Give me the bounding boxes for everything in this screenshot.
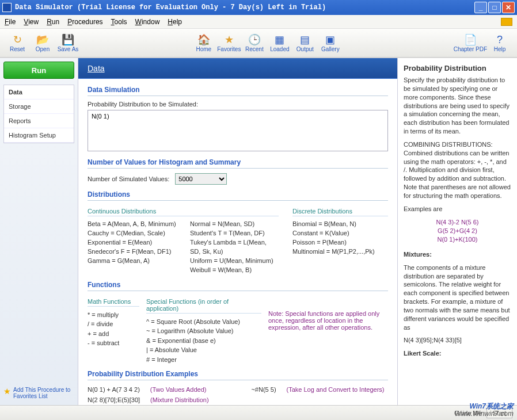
fn-entry: & = Exponential (base e): [146, 336, 261, 346]
dist-label: Probability Distribution to be Simulated…: [88, 101, 388, 108]
app-icon: [2, 3, 12, 12]
example-1d: (Take Log and Convert to Integers): [287, 385, 385, 395]
tool-output[interactable]: ▤Output: [292, 33, 318, 52]
menu-bar: File View Run Procedures Tools Window He…: [0, 15, 517, 29]
tool-recent[interactable]: 🕒Recent: [242, 33, 267, 52]
ribbon-toggle-icon[interactable]: [501, 18, 512, 26]
add-to-favorites[interactable]: ★ Add This Procedure to Favorites List: [3, 384, 74, 402]
help-example: N(0 1)+K(100): [404, 235, 511, 244]
fn-entry: / = divide: [88, 319, 139, 329]
tool-open[interactable]: 📂Open: [30, 33, 55, 52]
menu-run[interactable]: Run: [47, 18, 59, 26]
dist-entry: Normal = N(Mean, SD): [190, 220, 279, 229]
save-as-icon: 💾: [62, 33, 74, 46]
example-1b: (Two Values Added): [150, 385, 207, 395]
num-values-select[interactable]: 5000: [175, 173, 227, 185]
nav-data[interactable]: Data: [4, 85, 74, 100]
favorites-icon: ★: [223, 33, 235, 46]
star-icon: ★: [3, 387, 11, 396]
example-2b: (Mixture Distribution): [150, 395, 208, 405]
dist-entry: Constant = K(Value): [292, 229, 388, 238]
dist-entry: Binomial = B(Mean, N): [292, 220, 388, 229]
open-icon: 📂: [36, 33, 49, 46]
dist-entry: Tukey's Lambda = L(Mean, SD, Sk, Ku): [190, 238, 279, 257]
fn-entry: # = Integer: [146, 355, 261, 365]
fn-entry: + = add: [88, 329, 139, 339]
subhead-special-fn: Special Functions (in order of applicati…: [146, 298, 261, 314]
help-p1: Specify the probability distribution to …: [404, 76, 511, 136]
help-example: G(5 2)+G(4 2): [404, 227, 511, 235]
example-1c: ~#N(5 5): [251, 385, 276, 395]
maximize-button[interactable]: □: [488, 2, 501, 13]
help-mixtures-head: Mixtures:: [404, 250, 511, 259]
fn-entry: ~ = Logarithm (Absolute Value): [146, 326, 261, 336]
section-examples: Probability Distribution Examples: [88, 370, 388, 380]
help-icon: ?: [493, 33, 506, 46]
menu-tools[interactable]: Tools: [111, 18, 127, 26]
menu-view[interactable]: View: [24, 18, 39, 26]
menu-file[interactable]: File: [5, 18, 16, 26]
nav-reports[interactable]: Reports: [4, 114, 74, 128]
menu-help[interactable]: Help: [168, 18, 182, 26]
tool-reset[interactable]: ↻Reset: [5, 33, 30, 52]
subhead-continuous: Continuous Distributions: [88, 208, 279, 216]
tool-loaded[interactable]: ▦Loaded: [267, 33, 292, 52]
recent-icon: 🕒: [248, 33, 261, 46]
dist-entry: Poisson = P(Mean): [292, 238, 388, 247]
dist-entry: Gamma = G(Mean, A): [88, 257, 176, 266]
help-mix-example: N(4 3)[95];N(4 33)[5]: [404, 336, 511, 345]
toolbar: ↻Reset📂Open💾Save As🏠Home★Favorites🕒Recen…: [0, 29, 517, 58]
help-likert-head: Likert Scale:: [404, 349, 511, 358]
add-fav-label: Add This Procedure to Favorites List: [13, 387, 74, 399]
dist-entry: Student's T = T(Mean, DF): [190, 229, 279, 238]
start-button[interactable]: Start: [486, 408, 512, 418]
tool-gallery[interactable]: ▣Gallery: [318, 33, 343, 52]
menu-procedures[interactable]: Procedures: [67, 18, 102, 26]
chapter-pdf-icon: 📄: [464, 33, 477, 46]
section-functions: Functions: [88, 281, 388, 291]
nav-histogram-setup[interactable]: Histogram Setup: [4, 128, 74, 143]
run-button[interactable]: Run: [3, 62, 74, 79]
distribution-input[interactable]: [88, 110, 388, 151]
menu-window[interactable]: Window: [135, 18, 160, 26]
help-combining-head: COMBINING DISTRIBUTIONS:Combined distrib…: [404, 140, 511, 200]
tool-home[interactable]: 🏠Home: [191, 33, 216, 52]
example-2a: N(2 8)[70];E(5)[30]: [88, 395, 140, 405]
reset-icon: ↻: [11, 33, 24, 46]
subhead-math-fn: Math Functions: [88, 298, 139, 307]
help-title: Probability Distribution: [404, 64, 511, 72]
subhead-discrete: Discrete Distributions: [292, 208, 388, 216]
special-fn-note: Note: Special functions are applied only…: [268, 310, 388, 331]
close-button[interactable]: ✕: [502, 2, 515, 13]
section-data-simulation: Data Simulation: [88, 86, 388, 96]
tool-help[interactable]: ?Help: [487, 33, 512, 52]
dist-entry: Exponential = E(Mean): [88, 238, 176, 247]
tool-chapter-pdf[interactable]: 📄Chapter PDF: [454, 33, 487, 52]
nav-list: DataStorageReportsHistogram Setup: [3, 85, 74, 143]
dist-entry: Multinomial = M(P1,P2,...,Pk): [292, 247, 388, 257]
section-distributions: Distributions: [88, 190, 388, 201]
page-header: Data: [78, 58, 397, 79]
help-panel: Probability Distribution Specify the pro…: [397, 58, 517, 405]
guide-me-label: Guide Me: [454, 410, 482, 417]
fn-entry: | = Absolute Value: [146, 345, 261, 355]
help-examples-label: Examples are: [404, 205, 511, 213]
section-num-values: Number of Values for Histogram and Summa…: [88, 158, 388, 169]
window-title: Data Simulator (Trial License for Evalua…: [15, 3, 474, 12]
help-mixtures: The components of a mixture distribution…: [404, 264, 511, 332]
dist-entry: Snedecor's F = F(Mean, DF1): [88, 247, 176, 257]
gallery-icon: ▣: [324, 33, 337, 46]
numvals-label: Number of Simulated Values:: [88, 175, 169, 182]
nav-storage[interactable]: Storage: [4, 100, 74, 114]
fn-entry: ^ = Square Root (Absolute Value): [146, 317, 261, 327]
fn-entry: - = subtract: [88, 338, 139, 348]
tool-save-as[interactable]: 💾Save As: [55, 33, 81, 52]
loaded-icon: ▦: [273, 33, 286, 46]
output-icon: ▤: [299, 33, 311, 46]
tool-favorites[interactable]: ★Favorites: [216, 33, 242, 52]
minimize-button[interactable]: _: [474, 2, 487, 13]
center-panel: Data Data Simulation Probability Distrib…: [78, 58, 397, 405]
home-icon: 🏠: [197, 33, 210, 46]
example-1a: N(0 1) + A(7 3 4 2): [88, 385, 140, 395]
dist-entry: Uniform = U(Mean, Minimum): [190, 257, 279, 266]
